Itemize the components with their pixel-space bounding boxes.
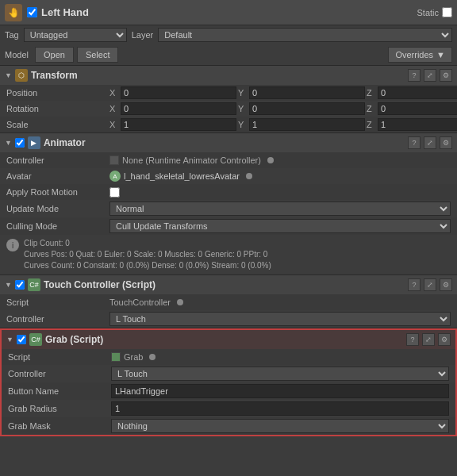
transform-section-header[interactable]: ▼ ⬡ Transform ? ⤢ ⚙ bbox=[0, 66, 457, 85]
position-y[interactable] bbox=[249, 86, 365, 99]
info-clip-count: Clip Count: 0 bbox=[24, 238, 271, 249]
object-icon: 🤚 bbox=[5, 4, 22, 21]
static-checkbox[interactable] bbox=[442, 7, 452, 17]
transform-section: ▼ ⬡ Transform ? ⤢ ⚙ Position X Y Z Rotat… bbox=[0, 66, 457, 133]
grab-controller-select[interactable]: L Touch bbox=[111, 367, 449, 381]
position-label: Position bbox=[6, 88, 109, 98]
rotation-x[interactable] bbox=[121, 102, 236, 115]
grab-arrow: ▼ bbox=[6, 336, 13, 344]
touch-maximize-btn[interactable]: ⤢ bbox=[424, 278, 436, 291]
touch-controller-value: L Touch bbox=[109, 312, 451, 326]
touch-help-btn[interactable]: ? bbox=[408, 278, 421, 291]
grab-help-btn[interactable]: ? bbox=[406, 333, 419, 346]
grab-button-name-input[interactable] bbox=[111, 384, 449, 398]
update-mode-select[interactable]: Normal bbox=[109, 202, 451, 216]
grab-controller-label: Controller bbox=[8, 369, 111, 378]
scale-x[interactable] bbox=[121, 118, 236, 131]
touch-menu-btn[interactable]: ⚙ bbox=[440, 278, 452, 291]
scale-z[interactable] bbox=[378, 118, 457, 131]
model-label: Model bbox=[5, 50, 29, 60]
animator-section-header[interactable]: ▼ ▶ Animator ? ⤢ ⚙ bbox=[0, 133, 457, 152]
touch-controller-title: Touch Controller (Script) bbox=[44, 279, 408, 290]
touch-controller-section-header[interactable]: ▼ C# Touch Controller (Script) ? ⤢ ⚙ bbox=[0, 275, 457, 294]
grab-menu-btn[interactable]: ⚙ bbox=[438, 333, 451, 346]
rotation-xyz: X Y Z bbox=[109, 102, 457, 115]
transform-maximize-btn[interactable]: ⤢ bbox=[424, 69, 436, 82]
grab-active-checkbox[interactable] bbox=[17, 335, 26, 344]
transform-menu-btn[interactable]: ⚙ bbox=[440, 69, 452, 82]
update-mode-row: Update Mode Normal bbox=[0, 200, 457, 217]
position-row: Position X Y Z bbox=[0, 85, 457, 101]
grab-radius-label: Grab Radius bbox=[8, 404, 111, 413]
select-button[interactable]: Select bbox=[77, 47, 119, 63]
tag-layer-row: Tag Untagged Layer Default bbox=[0, 25, 457, 44]
grab-radius-value bbox=[111, 401, 449, 416]
animator-help-btn[interactable]: ? bbox=[408, 136, 421, 149]
touch-script-row: Script TouchController bbox=[0, 294, 457, 310]
grab-button-name-value bbox=[111, 384, 449, 398]
animator-avatar-text: l_hand_skeletal_lowresAvatar bbox=[124, 171, 240, 181]
grab-title: Grab (Script) bbox=[45, 334, 406, 345]
info-curves-count: Curves Count: 0 Constant: 0 (0.0%) Dense… bbox=[24, 260, 271, 271]
static-label: Static bbox=[417, 8, 439, 17]
animator-icon: ▶ bbox=[28, 136, 40, 149]
animator-controller-label: Controller bbox=[6, 155, 109, 165]
grab-script-dot bbox=[149, 354, 156, 360]
animator-active-checkbox[interactable] bbox=[15, 138, 25, 148]
grab-mask-label: Grab Mask bbox=[8, 421, 111, 431]
animator-info-box: i Clip Count: 0 Curves Pos: 0 Quat: 0 Eu… bbox=[0, 235, 457, 274]
rotation-y[interactable] bbox=[249, 102, 365, 115]
touch-controller-select[interactable]: L Touch bbox=[109, 312, 451, 326]
transform-help-btn[interactable]: ? bbox=[408, 69, 421, 82]
tag-select[interactable]: Untagged bbox=[24, 28, 127, 42]
grab-script-section-header[interactable]: ▼ C# Grab (Script) ? ⤢ ⚙ bbox=[2, 330, 455, 349]
touch-script-value: TouchController bbox=[109, 298, 451, 307]
position-x[interactable] bbox=[121, 86, 236, 99]
grab-maximize-btn[interactable]: ⤢ bbox=[422, 333, 435, 346]
animator-controller-row: Controller None (Runtime Animator Contro… bbox=[0, 152, 457, 168]
grab-radius-row: Grab Radius bbox=[2, 400, 455, 417]
apply-root-motion-checkbox[interactable] bbox=[109, 187, 120, 198]
grab-mask-select[interactable]: Nothing bbox=[111, 419, 449, 433]
layer-label: Layer bbox=[132, 30, 154, 40]
active-checkbox[interactable] bbox=[27, 7, 37, 17]
position-z[interactable] bbox=[378, 86, 457, 99]
culling-mode-select[interactable]: Cull Update Transforms bbox=[109, 219, 451, 233]
tag-label: Tag bbox=[5, 30, 19, 40]
header: 🤚 Left Hand Static bbox=[0, 0, 457, 25]
animator-controller-value: None (Runtime Animator Controller) bbox=[109, 155, 451, 165]
touch-controller-active-checkbox[interactable] bbox=[15, 280, 25, 290]
animator-section: ▼ ▶ Animator ? ⤢ ⚙ Controller None (Runt… bbox=[0, 133, 457, 275]
controller-dot bbox=[267, 157, 274, 163]
open-button[interactable]: Open bbox=[35, 47, 74, 63]
update-mode-value: Normal bbox=[109, 202, 451, 216]
info-curves-pos: Curves Pos: 0 Quat: 0 Euler: 0 Scale: 0 … bbox=[24, 249, 271, 260]
grab-script-section: ▼ C# Grab (Script) ? ⤢ ⚙ Script Grab Con… bbox=[0, 328, 457, 436]
apply-root-motion-row: Apply Root Motion bbox=[0, 184, 457, 200]
culling-mode-label: Culling Mode bbox=[6, 221, 109, 231]
touch-script-dot bbox=[177, 299, 183, 305]
animator-maximize-btn[interactable]: ⤢ bbox=[424, 136, 436, 149]
touch-controller-arrow: ▼ bbox=[5, 281, 12, 289]
info-icon: i bbox=[6, 239, 19, 251]
layer-select[interactable]: Default bbox=[158, 28, 452, 42]
apply-root-motion-label: Apply Root Motion bbox=[6, 187, 109, 197]
grab-mask-row: Grab Mask Nothing bbox=[2, 417, 455, 435]
avatar-dot bbox=[246, 173, 252, 179]
overrides-button[interactable]: Overrides ▼ bbox=[388, 47, 452, 63]
scale-row: Scale X Y Z bbox=[0, 117, 457, 132]
scale-y[interactable] bbox=[249, 118, 365, 131]
culling-mode-value: Cull Update Transforms bbox=[109, 219, 451, 233]
scale-xyz: X Y Z bbox=[109, 118, 457, 131]
grab-script-none-icon bbox=[111, 352, 121, 362]
grab-icon: C# bbox=[29, 333, 42, 346]
object-title: Left Hand bbox=[41, 6, 417, 18]
grab-button-name-label: Button Name bbox=[8, 386, 111, 396]
avatar-icon: A bbox=[109, 171, 121, 182]
animator-menu-btn[interactable]: ⚙ bbox=[440, 136, 452, 149]
grab-controller-value: L Touch bbox=[111, 367, 449, 381]
rotation-z[interactable] bbox=[378, 102, 457, 115]
controller-none-icon bbox=[109, 155, 119, 165]
rotation-row: Rotation X Y Z bbox=[0, 101, 457, 117]
grab-radius-input[interactable] bbox=[111, 401, 449, 416]
